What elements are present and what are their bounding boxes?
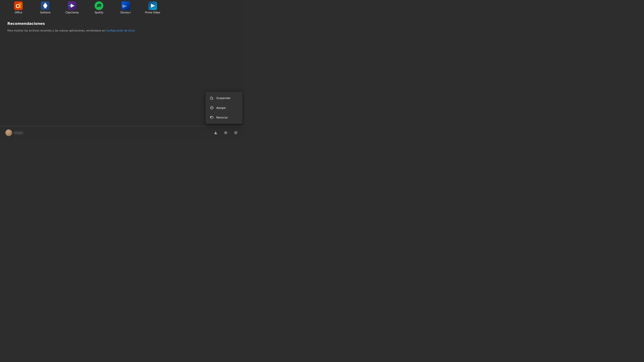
app-item-spotify[interactable]: Spotify [87,0,111,15]
power-menu: Suspender Apagar Reiniciar [206,92,242,124]
recommendations-link[interactable]: Configuración de inicio [106,29,135,32]
prime-icon [148,1,157,10]
app-item-disney[interactable]: D+ Disney+ [114,0,138,15]
app-item-solitaire[interactable]: Solitaire [34,0,57,15]
recommendations-section: Recomendaciones Para mostrar los archivo… [0,15,244,36]
power-menu-label-restart: Reiniciar [216,116,228,119]
app-label-solitaire: Solitaire [40,11,50,14]
office-icon: O [14,1,23,10]
app-label-prime: Prime Video [145,11,160,14]
app-item-prime[interactable]: Prime Video [141,0,164,15]
avatar [5,129,12,136]
svg-point-16 [225,132,226,133]
svg-rect-10 [94,1,103,10]
suspend-icon [210,96,214,100]
restart-icon [210,115,214,120]
power-menu-item-restart[interactable]: Reiniciar [206,113,242,122]
svg-text:D+: D+ [122,4,127,8]
power-menu-item-suspend[interactable]: Suspender [206,93,242,103]
power-menu-item-shutdown[interactable]: Apagar [206,103,242,113]
avatar-image [5,129,12,136]
svg-rect-2 [19,3,22,4]
apps-row: O Office [0,0,244,15]
recommendations-text: Para mostrar los archivos recientes y la… [8,29,158,33]
settings-button[interactable] [223,130,229,136]
clipchamp-icon [68,1,76,10]
app-label-office: Office [15,11,22,14]
bottom-actions [213,130,239,136]
app-item-clipchamp[interactable]: Clipchamp [60,0,84,15]
user-name: Usuario [14,131,23,134]
svg-marker-15 [210,117,211,118]
download-button[interactable] [213,130,219,136]
recommendations-text-before: Para mostrar los archivos recientes y la… [8,29,106,32]
app-label-spotify: Spotify [94,11,103,14]
power-icon [210,106,214,110]
svg-rect-4 [19,6,22,6]
solitaire-icon [41,1,50,10]
disney-icon: D+ [122,1,130,10]
recommendations-title: Recomendaciones [8,21,237,26]
power-menu-label-shutdown: Apagar [216,106,226,109]
user-section[interactable]: Usuario [5,129,23,136]
power-button[interactable] [233,130,239,136]
svg-point-9 [69,5,71,6]
app-label-disney: Disney+ [120,11,131,14]
bottom-bar: Usuario [0,126,244,139]
svg-rect-3 [19,4,22,5]
app-item-office[interactable]: O Office [7,0,30,15]
main-panel: O Office [0,0,244,139]
svg-rect-5 [19,7,22,8]
power-menu-label-suspend: Suspender [216,96,230,100]
app-label-clipchamp: Clipchamp [66,11,79,14]
spotify-icon [94,1,103,10]
